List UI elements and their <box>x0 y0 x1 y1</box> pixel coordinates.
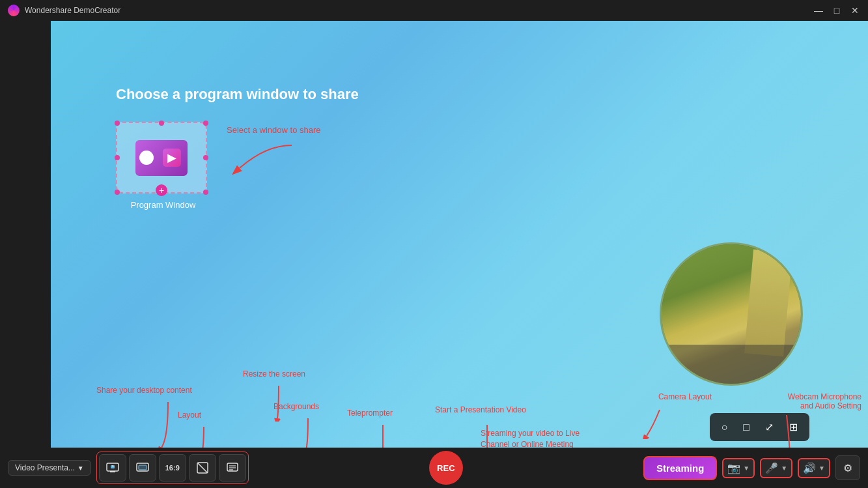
svg-line-17 <box>198 463 207 472</box>
share-screen-icon <box>106 463 119 473</box>
add-icon: + <box>156 184 167 196</box>
program-window-inner-icon <box>135 140 188 176</box>
video-preset-button[interactable]: Video Presenta... ▼ <box>8 460 91 476</box>
svg-rect-15 <box>139 465 147 470</box>
minimize-button[interactable]: — <box>813 5 824 16</box>
tool-group-1: 16:9 <box>96 452 249 484</box>
speaker-button[interactable]: 🔊 <box>803 462 816 474</box>
camera-expand-button[interactable]: ⤢ <box>763 418 776 436</box>
corner-dot-tr <box>203 121 208 126</box>
speaker-chevron-icon[interactable]: ▼ <box>819 465 825 472</box>
maximize-button[interactable]: □ <box>832 5 842 16</box>
sidebar <box>0 21 51 448</box>
screen-capture-button[interactable] <box>129 454 156 481</box>
settings-button[interactable]: ⚙ <box>835 455 860 480</box>
video-preset-label: Video Presenta... <box>15 463 75 472</box>
annotation-teleprompter: Teleprompter <box>347 409 393 418</box>
titlebar: Wondershare DemoCreator — □ ✕ <box>0 0 868 21</box>
microphone-button[interactable]: 🎤 <box>765 462 778 474</box>
annotation-share-desktop: Share your desktop content <box>96 386 192 395</box>
record-button[interactable]: REC <box>429 451 463 485</box>
teleprompter-button[interactable] <box>219 454 246 481</box>
camera-controls-panel: ○ □ ⤢ ⊞ <box>710 413 809 441</box>
speaker-audio-group: 🔊 ▼ <box>798 458 830 478</box>
annotation-presentation: Start a Presentation Video <box>435 405 526 414</box>
teleprompter-icon <box>227 463 238 473</box>
svg-rect-11 <box>110 471 115 472</box>
annotation-layout: Layout <box>178 410 201 420</box>
streaming-label: Streaming <box>656 463 704 474</box>
webcam-preview <box>660 242 803 386</box>
window-controls: — □ ✕ <box>813 5 860 16</box>
program-window-icon: + <box>116 122 207 194</box>
no-background-button[interactable] <box>189 454 216 481</box>
annotation-resize: Resize the screen <box>243 369 305 379</box>
app-logo-icon <box>8 5 20 16</box>
select-arrow-area: Select a window to share <box>227 125 321 180</box>
annotation-backgrounds-arrow <box>295 415 321 448</box>
corner-dot-tm <box>159 121 164 126</box>
annotation-layout-arrow <box>191 423 217 448</box>
annotation-camera-layout-arrow <box>640 407 666 439</box>
close-button[interactable]: ✕ <box>850 5 860 16</box>
camera-layout-button[interactable]: ⊞ <box>787 418 800 436</box>
screen-capture-icon <box>136 463 149 473</box>
annotation-streaming-video: Streaming your video to Live Channel or … <box>481 428 611 448</box>
annotation-backgrounds: Backgrounds <box>273 402 319 411</box>
main-area: Choose a program window to share + Progr… <box>51 21 868 448</box>
bottom-toolbar: Video Presenta... ▼ 16:9 <box>0 448 868 488</box>
choose-title: Choose a program window to share <box>116 86 359 103</box>
corner-dot-bl <box>115 190 120 195</box>
rec-label: REC <box>437 463 455 473</box>
settings-icon: ⚙ <box>843 462 852 474</box>
annotation-teleprompter-arrow <box>370 422 396 448</box>
streaming-button[interactable]: Streaming <box>643 456 717 480</box>
annotation-streaming-arrow <box>663 438 695 448</box>
webcam-feed <box>662 244 801 384</box>
corner-dot-tl <box>115 121 120 126</box>
camera-button[interactable]: 📷 <box>727 462 740 474</box>
aspect-ratio-button[interactable]: 16:9 <box>159 454 186 481</box>
corner-dot-br <box>203 190 208 195</box>
camera-circle-button[interactable]: ○ <box>719 419 731 436</box>
share-screen-button[interactable] <box>99 454 126 481</box>
aspect-ratio-label: 16:9 <box>165 464 180 472</box>
corner-dot-mr <box>203 155 208 160</box>
camera-chevron-icon[interactable]: ▼ <box>743 465 749 472</box>
select-label: Select a window to share <box>227 125 321 135</box>
program-window-label: Program Window <box>116 200 210 210</box>
annotation-webcam-mic: Webcam Microphone and Audio Setting <box>777 392 861 410</box>
app-title: Wondershare DemoCreator <box>25 6 120 15</box>
annotation-share-arrow <box>148 399 188 448</box>
chevron-down-icon: ▼ <box>77 465 84 472</box>
camera-audio-group: 📷 ▼ <box>722 458 755 478</box>
annotation-camera-layout: Camera Layout <box>658 392 712 401</box>
corner-dot-ml <box>115 155 120 160</box>
select-arrow-icon <box>227 139 305 178</box>
no-background-icon <box>197 462 208 474</box>
mic-audio-group: 🎤 ▼ <box>760 458 792 478</box>
titlebar-left: Wondershare DemoCreator <box>8 5 120 16</box>
program-window-card[interactable]: + Program Window <box>116 122 210 210</box>
mic-chevron-icon[interactable]: ▼ <box>781 465 787 472</box>
camera-square-button[interactable]: □ <box>740 419 752 436</box>
